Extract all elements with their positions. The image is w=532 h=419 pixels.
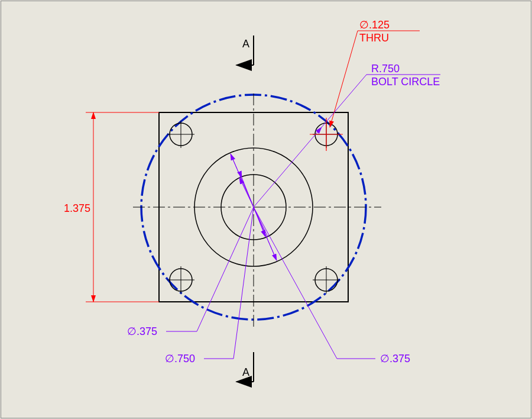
inner-dia2-callout: ∅.750 (165, 154, 277, 365)
section-label-bottom: A (242, 366, 249, 378)
svg-line-34 (254, 207, 337, 359)
thru-label: THRU (359, 32, 389, 44)
outer-dia-value: ∅.375 (380, 353, 410, 365)
inner-dia1-value: ∅.375 (127, 325, 157, 337)
section-marker-top: A (236, 36, 254, 65)
outer-dia-callout: ∅.375 (254, 207, 410, 365)
selected-hole-marks (310, 118, 343, 151)
centerlines (133, 94, 381, 328)
drawing-canvas: A A 1.375 ∅.125 THRU R.750 BOLT CIRCLE ∅… (0, 0, 532, 419)
svg-line-32 (233, 207, 254, 359)
thru-value: ∅.125 (359, 19, 390, 31)
bolt-radius-value: R.750 (371, 63, 400, 75)
svg-line-24 (322, 75, 366, 127)
bolt-label: BOLT CIRCLE (371, 76, 440, 88)
bolt-circle-callout: R.750 BOLT CIRCLE (254, 63, 440, 207)
section-label-top: A (242, 38, 249, 50)
section-marker-bottom: A (236, 352, 254, 382)
height-value: 1.375 (64, 202, 90, 214)
inner-dia2-value: ∅.750 (165, 353, 195, 365)
